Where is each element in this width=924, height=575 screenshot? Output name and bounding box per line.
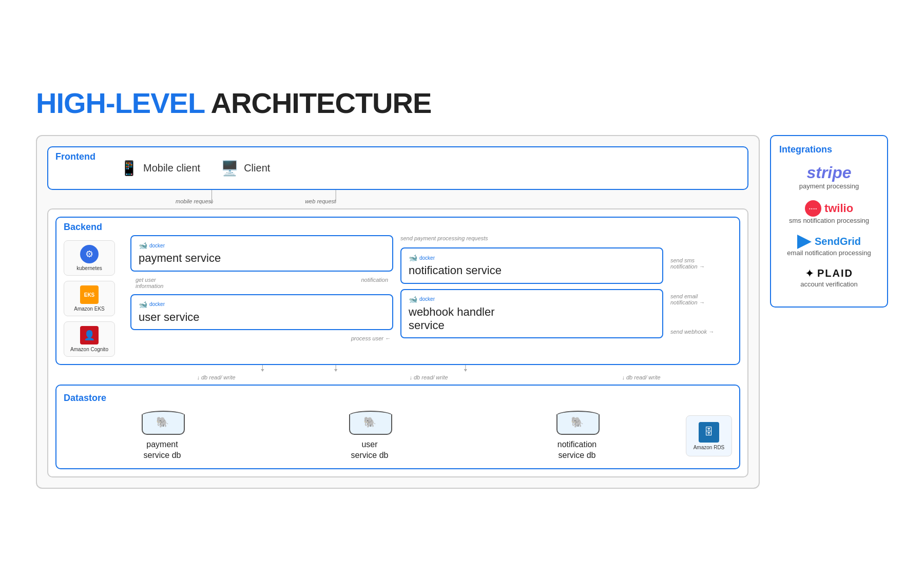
plaid-logo: ✦ PLAID xyxy=(805,267,853,280)
user-docker-label: docker xyxy=(149,301,165,307)
frontend-box: Frontend 📱 Mobile client 🖥️ Client xyxy=(47,146,748,190)
docker-whale-icon4: 🐋 xyxy=(409,295,417,303)
desktop-icon: 🖥️ xyxy=(221,160,239,177)
amazon-rds-box: 🗄 Amazon RDS xyxy=(686,415,732,456)
plaid-desc: account verification xyxy=(800,280,857,289)
send-email-label: send emailnotification → xyxy=(670,293,732,305)
kubernetes-box: ⚙ kubernetes xyxy=(64,240,115,276)
amazon-eks-label: Amazon EKS xyxy=(74,306,104,312)
backend-label: Backend xyxy=(64,222,102,233)
cognito-icon: 👤 xyxy=(80,326,99,344)
mobile-icon: 📱 xyxy=(120,160,138,177)
send-webhook-label: send webhook → xyxy=(670,329,732,335)
rds-icon: 🗄 xyxy=(699,422,719,443)
postgres-icon2: 🐘 xyxy=(363,416,376,428)
send-payment-label: send payment processing requests xyxy=(400,235,488,241)
payment-docker-label: docker xyxy=(149,243,165,248)
user-service-box: 🐋 docker user service xyxy=(130,294,393,330)
payment-db-cylinder: 🐘 xyxy=(142,411,183,436)
notification-docker-badge: 🐋 docker xyxy=(409,254,655,262)
user-db-item: 🐘 userservice db xyxy=(271,411,468,461)
twilio-integration: twilio sms notification processing xyxy=(779,200,879,225)
notification-service-name: notification service xyxy=(409,264,502,277)
mobile-client-label: Mobile client xyxy=(143,162,200,174)
web-request-label: web request xyxy=(305,198,336,204)
amazon-cognito-box: 👤 Amazon Cognito xyxy=(64,321,115,357)
datastore-section: Datastore 🐘 paymentservice db xyxy=(55,385,740,469)
notification-service-box: 🐋 docker notification service xyxy=(400,247,663,283)
user-db-cylinder: 🐘 xyxy=(349,411,390,436)
user-service-name: user service xyxy=(139,311,200,323)
notification-db-item: 🐘 notificationservice db xyxy=(478,411,676,461)
mobile-request-label: mobile request xyxy=(176,198,213,204)
notification-db-cylinder: 🐘 xyxy=(556,411,598,436)
stripe-desc: payment processing xyxy=(799,182,859,191)
datastore-box: Datastore 🐘 paymentservice db xyxy=(55,385,740,469)
client-label: Client xyxy=(244,162,270,174)
stripe-integration: stripe payment processing xyxy=(779,163,879,191)
user-db-name: userservice db xyxy=(351,439,389,461)
db-arrow3: ↓ db read/ write xyxy=(622,374,660,380)
db-arrow1: ↓ db read/ write xyxy=(197,374,235,380)
docker-whale-icon2: 🐋 xyxy=(139,300,147,309)
sendgrid-icon xyxy=(797,235,812,249)
mobile-client: 📱 Mobile client xyxy=(120,160,200,177)
db-arrows-row: ↓ db read/ write ↓ db read/ write ↓ db r… xyxy=(48,372,747,382)
diagram-wrapper: Frontend 📱 Mobile client 🖥️ Client mobil… xyxy=(36,135,888,489)
main-diagram: Frontend 📱 Mobile client 🖥️ Client mobil… xyxy=(36,135,760,489)
plaid-text: PLAID xyxy=(817,267,853,279)
twilio-icon xyxy=(805,200,821,217)
user-docker-badge: 🐋 docker xyxy=(139,300,385,309)
notification-label: notification xyxy=(361,277,388,289)
kubernetes-label: kubernetes xyxy=(76,265,102,271)
amazon-rds-label: Amazon RDS xyxy=(694,445,725,450)
amazon-eks-box: EKS Amazon EKS xyxy=(64,281,115,316)
stripe-logo: stripe xyxy=(806,163,851,182)
frontend-clients: 📱 Mobile client 🖥️ Client xyxy=(120,155,270,182)
payment-service-name: payment service xyxy=(139,252,221,264)
title-part1: HIGH-LEVEL xyxy=(36,87,204,119)
sendgrid-integration: SendGrid email notification processing xyxy=(779,235,879,258)
webhook-service-box: 🐋 docker webhook handlerservice xyxy=(400,289,663,339)
twilio-text: twilio xyxy=(824,202,853,215)
page-container: HIGH-LEVEL ARCHITECTURE xyxy=(26,76,898,499)
webhook-docker-badge: 🐋 docker xyxy=(409,295,655,303)
webhook-service-name: webhook handlerservice xyxy=(409,305,495,332)
eks-icon: EKS xyxy=(80,285,99,304)
datastore-items: 🐘 paymentservice db 🐘 userservice db xyxy=(64,411,732,461)
plaid-icon: ✦ xyxy=(805,267,814,280)
sendgrid-desc: email notification processing xyxy=(787,249,871,258)
get-user-info-label: get userinformation xyxy=(136,277,163,289)
backend-box: Backend ⚙ kubernetes EKS xyxy=(55,217,740,365)
plaid-integration: ✦ PLAID account verification xyxy=(779,267,879,289)
sendgrid-text: SendGrid xyxy=(815,236,861,247)
docker-whale-icon3: 🐋 xyxy=(409,254,417,262)
payment-docker-badge: 🐋 docker xyxy=(139,241,385,250)
send-sms-label: send smsnotification → xyxy=(670,257,732,270)
backend-datastore-wrapper: Backend ⚙ kubernetes EKS xyxy=(47,208,748,477)
db-arrow2: ↓ db read/ write xyxy=(409,374,448,380)
payment-db-name: paymentservice db xyxy=(144,439,181,461)
twilio-logo: twilio xyxy=(805,200,853,217)
title-part2: ARCHITECTURE xyxy=(204,87,431,119)
kubernetes-icon: ⚙ xyxy=(80,245,99,263)
postgres-icon1: 🐘 xyxy=(156,416,169,428)
infra-col: ⚙ kubernetes EKS Amazon EKS 👤 xyxy=(64,235,130,357)
twilio-desc: sms notification processing xyxy=(789,217,869,225)
sendgrid-logo: SendGrid xyxy=(797,235,861,249)
datastore-label: Datastore xyxy=(64,393,732,404)
integrations-panel: Integrations stripe payment processing t… xyxy=(770,135,888,308)
process-user-label: process user xyxy=(351,335,383,341)
frontend-label: Frontend xyxy=(55,151,95,162)
page-title: HIGH-LEVEL ARCHITECTURE xyxy=(36,86,888,120)
webhook-docker-label: docker xyxy=(419,296,435,302)
notification-db-name: notificationservice db xyxy=(557,439,597,461)
docker-whale-icon: 🐋 xyxy=(139,241,147,250)
amazon-cognito-label: Amazon Cognito xyxy=(70,347,108,352)
payment-db-item: 🐘 paymentservice db xyxy=(64,411,261,461)
postgres-icon3: 🐘 xyxy=(571,416,584,428)
web-client: 🖥️ Client xyxy=(221,160,270,177)
integrations-title: Integrations xyxy=(779,144,879,155)
payment-service-box: 🐋 docker payment service xyxy=(130,235,393,271)
notification-docker-label: docker xyxy=(419,255,435,261)
